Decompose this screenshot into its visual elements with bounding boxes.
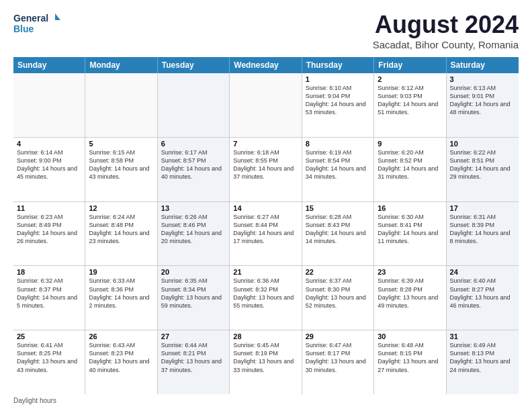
day-info: Sunrise: 6:48 AM Sunset: 8:15 PM Dayligh… — [378, 341, 442, 374]
day-info: Sunrise: 6:20 AM Sunset: 8:52 PM Dayligh… — [378, 148, 442, 181]
calendar-row-0: 1Sunrise: 6:10 AM Sunset: 9:04 PM Daylig… — [13, 73, 519, 138]
day-info: Sunrise: 6:27 AM Sunset: 8:44 PM Dayligh… — [233, 213, 298, 246]
calendar-cell-30: 30Sunrise: 6:48 AM Sunset: 8:15 PM Dayli… — [374, 330, 446, 394]
footer-note: Daylight hours — [13, 394, 519, 404]
calendar-body: 1Sunrise: 6:10 AM Sunset: 9:04 PM Daylig… — [13, 73, 519, 394]
calendar-cell-16: 16Sunrise: 6:30 AM Sunset: 8:41 PM Dayli… — [374, 202, 446, 266]
day-number: 26 — [89, 332, 153, 340]
day-number: 17 — [450, 204, 515, 212]
day-info: Sunrise: 6:22 AM Sunset: 8:51 PM Dayligh… — [450, 148, 515, 181]
day-info: Sunrise: 6:37 AM Sunset: 8:30 PM Dayligh… — [306, 277, 370, 310]
header: General Blue August 2024 Sacadat, Bihor … — [13, 11, 519, 50]
calendar-cell-13: 13Sunrise: 6:26 AM Sunset: 8:46 PM Dayli… — [158, 202, 230, 266]
day-number: 21 — [233, 268, 298, 276]
day-number: 8 — [306, 140, 370, 148]
calendar-cell-15: 15Sunrise: 6:28 AM Sunset: 8:43 PM Dayli… — [302, 202, 374, 266]
weekday-header-friday: Friday — [374, 57, 446, 73]
calendar-cell-20: 20Sunrise: 6:35 AM Sunset: 8:34 PM Dayli… — [158, 266, 230, 330]
weekday-header-saturday: Saturday — [447, 57, 519, 73]
day-number: 29 — [306, 332, 370, 340]
day-number: 14 — [233, 204, 298, 212]
calendar-cell-empty-0-1 — [85, 73, 157, 137]
svg-text:Blue: Blue — [13, 24, 34, 34]
day-info: Sunrise: 6:23 AM Sunset: 8:49 PM Dayligh… — [17, 213, 81, 246]
location: Sacadat, Bihor County, Romania — [373, 39, 519, 50]
day-info: Sunrise: 6:39 AM Sunset: 8:28 PM Dayligh… — [378, 277, 442, 310]
day-number: 25 — [17, 332, 81, 340]
day-info: Sunrise: 6:47 AM Sunset: 8:17 PM Dayligh… — [306, 341, 370, 374]
day-info: Sunrise: 6:10 AM Sunset: 9:04 PM Dayligh… — [306, 84, 370, 117]
calendar-cell-1: 1Sunrise: 6:10 AM Sunset: 9:04 PM Daylig… — [302, 73, 374, 137]
weekday-header-wednesday: Wednesday — [230, 57, 302, 73]
svg-text:General: General — [13, 13, 48, 24]
weekday-header-thursday: Thursday — [302, 57, 374, 73]
calendar-cell-14: 14Sunrise: 6:27 AM Sunset: 8:44 PM Dayli… — [230, 202, 302, 266]
day-info: Sunrise: 6:24 AM Sunset: 8:48 PM Dayligh… — [89, 213, 153, 246]
calendar: SundayMondayTuesdayWednesdayThursdayFrid… — [13, 57, 519, 394]
day-info: Sunrise: 6:43 AM Sunset: 8:23 PM Dayligh… — [89, 341, 153, 374]
day-info: Sunrise: 6:18 AM Sunset: 8:55 PM Dayligh… — [233, 148, 298, 181]
day-number: 31 — [450, 332, 515, 340]
calendar-cell-29: 29Sunrise: 6:47 AM Sunset: 8:17 PM Dayli… — [302, 330, 374, 394]
calendar-cell-5: 5Sunrise: 6:15 AM Sunset: 8:58 PM Daylig… — [85, 138, 157, 201]
calendar-row-1: 4Sunrise: 6:14 AM Sunset: 9:00 PM Daylig… — [13, 138, 519, 202]
day-number: 19 — [89, 268, 153, 276]
calendar-cell-19: 19Sunrise: 6:33 AM Sunset: 8:36 PM Dayli… — [85, 266, 157, 330]
calendar-cell-28: 28Sunrise: 6:45 AM Sunset: 8:19 PM Dayli… — [230, 330, 302, 394]
day-info: Sunrise: 6:35 AM Sunset: 8:34 PM Dayligh… — [161, 277, 226, 310]
calendar-cell-empty-0-3 — [230, 73, 302, 137]
day-number: 1 — [306, 75, 370, 83]
day-info: Sunrise: 6:40 AM Sunset: 8:27 PM Dayligh… — [450, 277, 515, 310]
day-number: 18 — [17, 268, 81, 276]
weekday-header-sunday: Sunday — [13, 57, 85, 73]
calendar-cell-4: 4Sunrise: 6:14 AM Sunset: 9:00 PM Daylig… — [13, 138, 85, 201]
calendar-cell-8: 8Sunrise: 6:19 AM Sunset: 8:54 PM Daylig… — [302, 138, 374, 201]
month-year: August 2024 — [373, 11, 519, 39]
calendar-cell-31: 31Sunrise: 6:49 AM Sunset: 8:13 PM Dayli… — [447, 330, 519, 394]
day-info: Sunrise: 6:26 AM Sunset: 8:46 PM Dayligh… — [161, 213, 226, 246]
day-number: 9 — [378, 140, 442, 148]
day-info: Sunrise: 6:44 AM Sunset: 8:21 PM Dayligh… — [161, 341, 226, 374]
day-info: Sunrise: 6:17 AM Sunset: 8:57 PM Dayligh… — [161, 148, 226, 181]
day-info: Sunrise: 6:14 AM Sunset: 9:00 PM Dayligh… — [17, 148, 81, 181]
calendar-cell-empty-0-0 — [13, 73, 85, 137]
day-info: Sunrise: 6:19 AM Sunset: 8:54 PM Dayligh… — [306, 148, 370, 181]
calendar-cell-27: 27Sunrise: 6:44 AM Sunset: 8:21 PM Dayli… — [158, 330, 230, 394]
day-number: 2 — [378, 75, 442, 83]
calendar-header: SundayMondayTuesdayWednesdayThursdayFrid… — [13, 57, 519, 73]
calendar-cell-7: 7Sunrise: 6:18 AM Sunset: 8:55 PM Daylig… — [230, 138, 302, 201]
day-info: Sunrise: 6:33 AM Sunset: 8:36 PM Dayligh… — [89, 277, 153, 310]
day-number: 4 — [17, 140, 81, 148]
calendar-row-3: 18Sunrise: 6:32 AM Sunset: 8:37 PM Dayli… — [13, 266, 519, 330]
calendar-cell-11: 11Sunrise: 6:23 AM Sunset: 8:49 PM Dayli… — [13, 202, 85, 266]
day-info: Sunrise: 6:28 AM Sunset: 8:43 PM Dayligh… — [306, 213, 370, 246]
day-info: Sunrise: 6:41 AM Sunset: 8:25 PM Dayligh… — [17, 341, 81, 374]
calendar-row-2: 11Sunrise: 6:23 AM Sunset: 8:49 PM Dayli… — [13, 202, 519, 267]
day-number: 11 — [17, 204, 81, 212]
day-number: 24 — [450, 268, 515, 276]
title-block: August 2024 Sacadat, Bihor County, Roman… — [373, 11, 519, 50]
day-info: Sunrise: 6:36 AM Sunset: 8:32 PM Dayligh… — [233, 277, 298, 310]
day-info: Sunrise: 6:12 AM Sunset: 9:03 PM Dayligh… — [378, 84, 442, 117]
logo-svg: General Blue — [13, 11, 60, 38]
day-number: 5 — [89, 140, 153, 148]
calendar-cell-22: 22Sunrise: 6:37 AM Sunset: 8:30 PM Dayli… — [302, 266, 374, 330]
day-number: 15 — [306, 204, 370, 212]
calendar-cell-21: 21Sunrise: 6:36 AM Sunset: 8:32 PM Dayli… — [230, 266, 302, 330]
calendar-cell-10: 10Sunrise: 6:22 AM Sunset: 8:51 PM Dayli… — [447, 138, 519, 201]
svg-marker-2 — [55, 13, 60, 20]
calendar-cell-25: 25Sunrise: 6:41 AM Sunset: 8:25 PM Dayli… — [13, 330, 85, 394]
day-number: 13 — [161, 204, 226, 212]
day-info: Sunrise: 6:30 AM Sunset: 8:41 PM Dayligh… — [378, 213, 442, 246]
day-number: 12 — [89, 204, 153, 212]
calendar-cell-empty-0-2 — [158, 73, 230, 137]
calendar-cell-2: 2Sunrise: 6:12 AM Sunset: 9:03 PM Daylig… — [374, 73, 446, 137]
day-info: Sunrise: 6:31 AM Sunset: 8:39 PM Dayligh… — [450, 213, 515, 246]
day-number: 3 — [450, 75, 515, 83]
logo: General Blue — [13, 11, 60, 38]
calendar-cell-18: 18Sunrise: 6:32 AM Sunset: 8:37 PM Dayli… — [13, 266, 85, 330]
calendar-cell-9: 9Sunrise: 6:20 AM Sunset: 8:52 PM Daylig… — [374, 138, 446, 201]
calendar-cell-26: 26Sunrise: 6:43 AM Sunset: 8:23 PM Dayli… — [85, 330, 157, 394]
calendar-cell-24: 24Sunrise: 6:40 AM Sunset: 8:27 PM Dayli… — [447, 266, 519, 330]
day-info: Sunrise: 6:32 AM Sunset: 8:37 PM Dayligh… — [17, 277, 81, 310]
